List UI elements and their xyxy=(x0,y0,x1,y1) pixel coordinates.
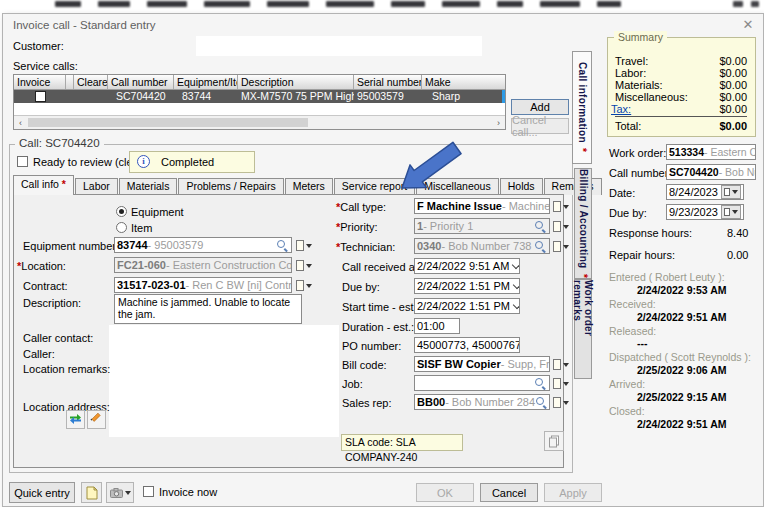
equipment-number-field[interactable]: 83744 - 95003579 xyxy=(114,237,292,253)
sync-address-button[interactable] xyxy=(66,410,85,429)
po-number-field[interactable]: 45000773, 45000767 & 450 xyxy=(414,337,520,353)
contract-field[interactable]: 31517-023-01 - Ren C BW [ni] Contract xyxy=(114,277,292,293)
camera-dropdown-button[interactable] xyxy=(106,482,134,503)
rp-due-by-field[interactable]: 9/23/2023 xyxy=(666,204,744,220)
tab-call-info[interactable]: Call info * xyxy=(13,175,74,195)
tab-labor[interactable]: Labor xyxy=(75,178,118,195)
tab-holds[interactable]: Holds xyxy=(500,178,543,195)
description-textarea[interactable]: Machine is jammed. Unable to locate the … xyxy=(114,294,302,324)
bill-code-field[interactable]: SISF BW Copier - Supp, Freight, xyxy=(414,356,550,372)
search-icon[interactable] xyxy=(534,377,547,390)
search-icon[interactable] xyxy=(276,239,289,252)
note-dropdown-icon[interactable] xyxy=(553,357,571,372)
scroll-right-icon[interactable]: › xyxy=(492,117,505,129)
note-dropdown-icon[interactable] xyxy=(553,376,571,391)
copy-call-button[interactable] xyxy=(544,431,564,451)
due-by-field[interactable]: 2/24/2022 1:51 PM xyxy=(414,278,520,294)
rp-call-number-field[interactable]: SC704420 - Bob Nur xyxy=(666,164,756,180)
technician-code: 0340 xyxy=(417,240,441,252)
sales-rep-label: Sales rep: xyxy=(342,397,392,409)
col-invoice[interactable]: Invoice xyxy=(14,75,66,89)
note-dropdown-icon[interactable] xyxy=(296,258,314,273)
table-row[interactable]: SC704420 83744 MX-M7570 75 PPM High spee… xyxy=(14,90,505,103)
col-equipment-item[interactable]: Equipment/Item xyxy=(174,75,238,89)
duration-est-field[interactable]: 01:00 xyxy=(414,318,460,334)
note-dropdown-icon[interactable] xyxy=(296,238,314,253)
chevron-down-icon[interactable] xyxy=(510,304,520,308)
col-description[interactable]: Description xyxy=(238,75,354,89)
cancel-call-button[interactable]: Cancel call... xyxy=(511,118,569,134)
rp-date-field[interactable]: 8/24/2023 xyxy=(666,184,744,200)
note-dropdown-icon[interactable] xyxy=(296,278,314,293)
edit-address-button[interactable] xyxy=(87,410,106,429)
call-type-desc: - Machine Issue xyxy=(502,200,550,212)
search-icon[interactable] xyxy=(535,396,548,409)
new-document-button[interactable] xyxy=(81,482,102,503)
location-field[interactable]: FC21-060 - Eastern Construction Compa xyxy=(114,257,292,273)
note-dropdown-icon[interactable] xyxy=(553,199,571,214)
chevron-down-icon[interactable] xyxy=(509,264,520,268)
call-group-title: Call: SC704420 xyxy=(15,137,104,149)
menu-item-blob xyxy=(540,1,580,7)
tab-materials[interactable]: Materials xyxy=(119,178,178,195)
ok-button[interactable]: OK xyxy=(416,483,474,502)
work-order-field[interactable]: 513334 - Eastern Cc xyxy=(666,144,756,160)
table-horizontal-scrollbar[interactable]: ‹ › xyxy=(14,115,505,129)
released-label: Released: xyxy=(609,325,656,337)
note-dropdown-icon[interactable] xyxy=(553,395,571,410)
equipment-radio[interactable] xyxy=(116,206,127,217)
col-make[interactable]: Make xyxy=(422,75,503,89)
call-received-at-field[interactable]: 2/24/2022 9:51 AM xyxy=(414,258,520,274)
scroll-left-icon[interactable]: ‹ xyxy=(14,117,27,129)
priority-field[interactable]: 1 - Priority 1 xyxy=(414,218,550,234)
side-tab-billing-accounting[interactable]: Billing / Accounting* xyxy=(574,168,592,279)
customer-value-redacted xyxy=(196,36,482,56)
calendar-dropdown-icon[interactable] xyxy=(721,205,741,219)
invoice-checkbox[interactable] xyxy=(35,91,46,102)
tab-remarks[interactable]: Remarks xyxy=(544,178,602,195)
side-tab-work-order-remarks-label: Work order remarks xyxy=(572,280,594,378)
call-received-at-label: Call received at: xyxy=(342,261,421,273)
summary-miscellaneous-label: Miscellaneous: xyxy=(615,91,688,103)
scrollbar-thumb[interactable] xyxy=(28,118,308,127)
side-tab-call-information[interactable]: Call information* xyxy=(572,51,592,164)
tax-link[interactable]: Tax: xyxy=(611,103,631,115)
col-serial-number[interactable]: Serial number xyxy=(354,75,422,89)
sales-rep-field[interactable]: BB00 - Bob Number 284 xyxy=(414,394,550,410)
col-cleared[interactable]: Cleared xyxy=(74,75,108,89)
invoice-now-checkbox[interactable] xyxy=(143,486,154,497)
col-blank[interactable] xyxy=(66,75,74,89)
col-call-number[interactable]: Call number xyxy=(108,75,174,89)
close-icon[interactable]: ✕ xyxy=(739,16,757,34)
summary-title: Summary xyxy=(614,31,667,43)
summary-travel-label: Travel: xyxy=(615,55,648,67)
call-type-field[interactable]: F Machine Issue - Machine Issue xyxy=(414,198,550,214)
location-label: Location: xyxy=(21,260,66,272)
tab-problems-repairs[interactable]: Problems / Repairs xyxy=(178,178,283,195)
job-field[interactable] xyxy=(414,375,550,391)
caller-contact-label: Caller contact: xyxy=(23,332,93,344)
item-radio[interactable] xyxy=(116,222,127,233)
info-icon xyxy=(137,155,150,168)
start-time-est-field[interactable]: 2/24/2022 1:51 PM xyxy=(414,298,520,314)
note-dropdown-icon[interactable] xyxy=(553,219,571,234)
copy-icon xyxy=(548,435,560,448)
note-dropdown-icon[interactable] xyxy=(553,239,571,254)
cancel-button[interactable]: Cancel xyxy=(480,483,538,502)
side-tab-work-order-remarks[interactable]: Work order remarks xyxy=(574,279,592,379)
start-time-est-label: Start time - est.: xyxy=(342,301,420,313)
tab-meters[interactable]: Meters xyxy=(285,178,333,195)
summary-tax-value: $0.00 xyxy=(719,103,747,115)
search-icon[interactable] xyxy=(534,220,547,233)
calendar-dropdown-icon[interactable] xyxy=(721,185,741,199)
caller-label: Caller: xyxy=(23,348,55,360)
apply-button[interactable]: Apply xyxy=(544,483,602,502)
ready-to-review-checkbox[interactable] xyxy=(17,156,28,167)
search-icon[interactable] xyxy=(534,240,547,253)
technician-field[interactable]: 0340 - Bob Number 738 xyxy=(414,238,550,254)
add-button[interactable]: Add xyxy=(511,99,569,115)
quick-entry-button[interactable]: Quick entry xyxy=(9,482,75,503)
equipment-number-label: Equipment number: xyxy=(23,240,119,252)
chevron-down-icon[interactable] xyxy=(510,284,520,288)
table-header: Invoice Cleared Call number Equipment/It… xyxy=(14,75,505,90)
